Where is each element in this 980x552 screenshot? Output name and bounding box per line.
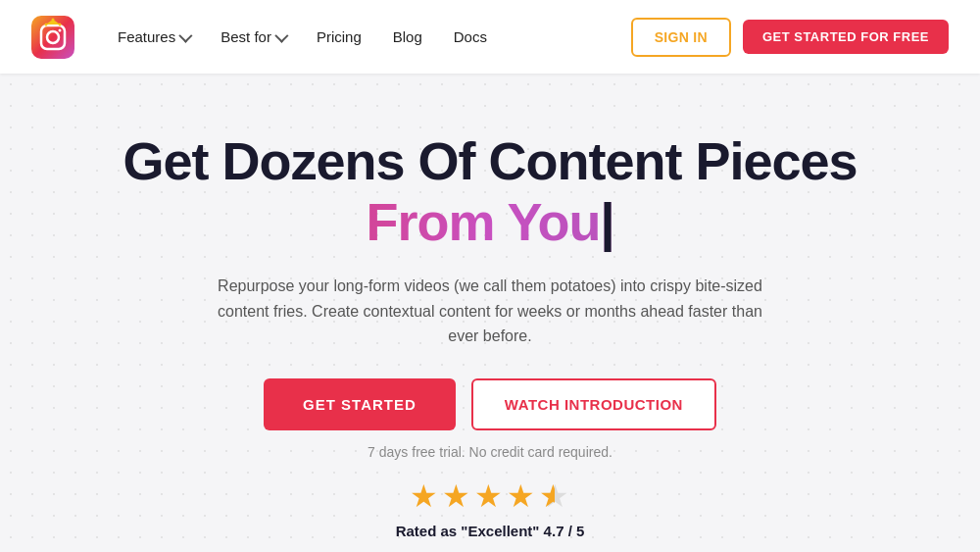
svg-point-5: [52, 18, 55, 21]
hero-section: Get Dozens Of Content Pieces From You| R…: [0, 74, 980, 552]
star-half-icon: ★ ★: [539, 480, 570, 512]
logo[interactable]: [31, 16, 74, 59]
nav-blog[interactable]: Blog: [381, 21, 434, 53]
star-3-icon: ★: [474, 477, 503, 515]
stars-row: ★ ★ ★ ★ ★ ★: [122, 477, 857, 515]
trial-note: 7 days free trial. No credit card requir…: [122, 444, 857, 460]
hero-subtitle: Repurpose your long-form videos (we call…: [206, 274, 774, 349]
nav-links: Features Best for Pricing Blog Docs: [106, 21, 631, 53]
svg-point-6: [59, 23, 62, 25]
watch-introduction-button[interactable]: WATCH INTRODUCTION: [471, 378, 716, 430]
rating-text: Rated as "Excellent" 4.7 / 5: [122, 523, 857, 539]
star-1-icon: ★: [410, 477, 438, 515]
get-started-button[interactable]: GET STARTED: [264, 378, 456, 430]
navbar: Features Best for Pricing Blog Docs SIGN…: [0, 0, 980, 74]
hero-buttons: GET STARTED WATCH INTRODUCTION: [122, 378, 857, 430]
nav-docs[interactable]: Docs: [442, 21, 499, 53]
nav-actions: SIGN IN GET STARTED FOR FREE: [631, 18, 949, 57]
chevron-down-icon: [179, 28, 193, 42]
get-started-nav-button[interactable]: GET STARTED FOR FREE: [743, 20, 949, 54]
nav-best-for[interactable]: Best for: [209, 21, 297, 53]
hero-title: Get Dozens Of Content Pieces From You|: [122, 132, 857, 254]
svg-point-3: [59, 28, 62, 31]
hero-title-line2: From You|: [122, 190, 857, 254]
star-2-icon: ★: [442, 477, 470, 515]
star-4-icon: ★: [507, 477, 535, 515]
svg-point-4: [45, 23, 48, 25]
chevron-down-icon: [274, 28, 288, 42]
hero-title-line1: Get Dozens Of Content Pieces: [122, 132, 857, 190]
signin-button[interactable]: SIGN IN: [631, 18, 731, 57]
hero-content: Get Dozens Of Content Pieces From You| R…: [122, 132, 857, 539]
nav-features[interactable]: Features: [106, 21, 201, 53]
nav-pricing[interactable]: Pricing: [305, 21, 373, 53]
cursor: |: [600, 192, 613, 251]
